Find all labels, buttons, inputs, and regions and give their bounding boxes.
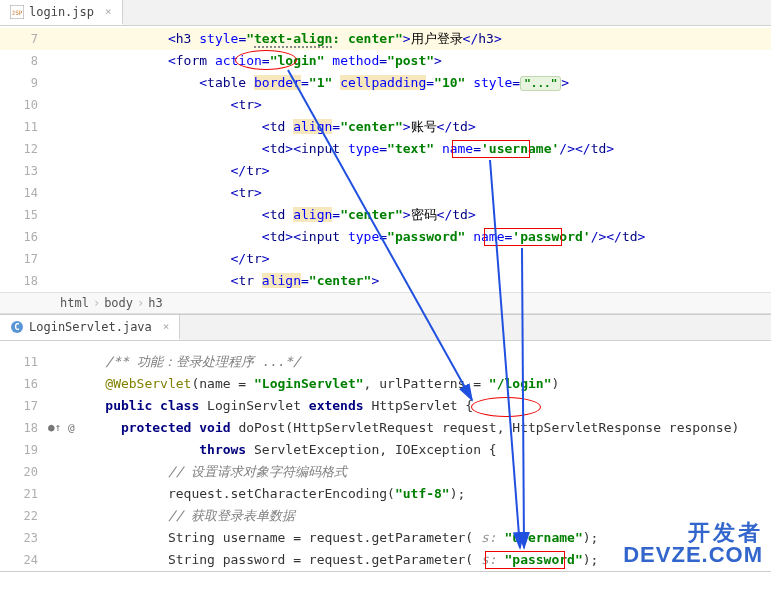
- code-line: 12 <td><input type="text" name='username…: [0, 138, 771, 160]
- code-line: 16 <td><input type="password" name='pass…: [0, 226, 771, 248]
- code-line: 10 <tr>: [0, 94, 771, 116]
- bottom-tab-bar: C LoginServlet.java ×: [0, 315, 771, 341]
- top-editor-pane: JSP login.jsp × 7 <h3 style="text-align:…: [0, 0, 771, 315]
- code-line: 11 <td align="center">账号</td>: [0, 116, 771, 138]
- code-line: 17 </tr>: [0, 248, 771, 270]
- tab-loginservlet[interactable]: C LoginServlet.java ×: [0, 315, 180, 340]
- code-line: 18 <tr align="center">: [0, 270, 771, 292]
- breadcrumb[interactable]: html › body › h3: [0, 292, 771, 314]
- code-line: 7 <h3 style="text-align: center">用户登录</h…: [0, 28, 771, 50]
- close-icon[interactable]: ×: [105, 5, 112, 18]
- code-line: 20 // 设置请求对象字符编码格式: [0, 461, 771, 483]
- top-code-area[interactable]: 7 <h3 style="text-align: center">用户登录</h…: [0, 26, 771, 292]
- code-line: 17 public class LoginServlet extends Htt…: [0, 395, 771, 417]
- top-tab-bar: JSP login.jsp ×: [0, 0, 771, 26]
- code-line: 21 request.setCharacterEncoding("utf-8")…: [0, 483, 771, 505]
- close-icon[interactable]: ×: [163, 320, 170, 333]
- watermark: 开发者 DEVZE.COM: [623, 522, 763, 566]
- tab-label: LoginServlet.java: [29, 320, 152, 334]
- tab-label: login.jsp: [29, 5, 94, 19]
- code-line: 8 <form action="login" method="post">: [0, 50, 771, 72]
- code-line: 9 <table border="1" cellpadding="10" sty…: [0, 72, 771, 94]
- svg-text:C: C: [14, 322, 19, 332]
- java-class-icon: C: [10, 320, 24, 334]
- gap: [0, 343, 771, 351]
- svg-text:JSP: JSP: [12, 9, 23, 16]
- jsp-file-icon: JSP: [10, 5, 24, 19]
- code-line: 13 </tr>: [0, 160, 771, 182]
- code-line: 19 throws ServletException, IOException …: [0, 439, 771, 461]
- code-line: 14 <tr>: [0, 182, 771, 204]
- override-gutter-icon[interactable]: ●↑ @: [48, 417, 74, 439]
- code-line: 11 /** 功能：登录处理程序 ...*/: [0, 351, 771, 373]
- code-line: 18●↑ @ protected void doPost(HttpServlet…: [0, 417, 771, 439]
- tab-login-jsp[interactable]: JSP login.jsp ×: [0, 0, 123, 25]
- code-line: 15 <td align="center">密码</td>: [0, 204, 771, 226]
- code-line: 16 @WebServlet(name = "LoginServlet", ur…: [0, 373, 771, 395]
